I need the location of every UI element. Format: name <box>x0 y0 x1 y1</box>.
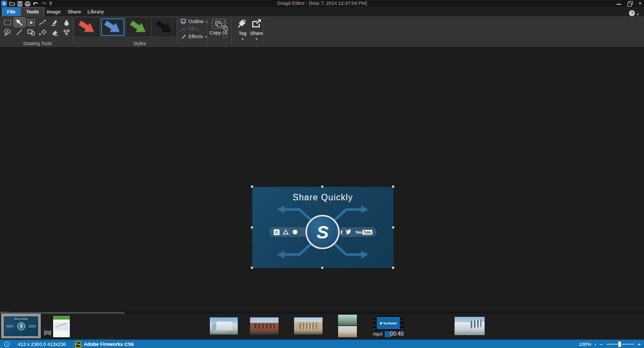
arrow-tool[interactable] <box>14 18 25 27</box>
selection-handle-nw[interactable] <box>251 185 253 188</box>
effects-button[interactable]: Effects <box>180 33 206 40</box>
window-title: Snagit Editor - [May 7, 2014 12:47:04 PM… <box>0 1 644 6</box>
styles-group <box>75 18 176 36</box>
share-destinations-left: C <box>269 227 308 237</box>
tag-icon <box>237 18 248 29</box>
zoom-out-button[interactable]: − <box>599 342 603 347</box>
selection-handle-sw[interactable] <box>251 266 253 269</box>
tray-thumbnail-brick-building[interactable] <box>250 317 279 335</box>
format-group: Outline Fill Effects <box>180 18 206 40</box>
title-bar: S Snagit Editor - [May 7, 2014 12:47:04 … <box>0 0 644 7</box>
snagit-s-logo: S <box>305 215 340 249</box>
selection-handle-s[interactable] <box>321 266 324 269</box>
paste-icon <box>222 32 228 38</box>
recent-captures-tray: Share Quickly S jpg TechSmith mp4 <box>0 311 644 339</box>
tab-file[interactable]: File <box>2 7 21 16</box>
zoom-level-text[interactable]: 100% <box>579 342 591 347</box>
tray-thumbnail-apartment-building[interactable] <box>294 317 323 335</box>
editing-canvas[interactable]: Share Quickly C f YouTube S <box>0 48 644 311</box>
ribbon-tab-bar: File Tools Image Share Library ? <box>0 7 644 16</box>
style-green-arrow[interactable] <box>127 18 150 36</box>
zoom-controls: 100% − + <box>579 340 641 348</box>
eraser-tool[interactable] <box>49 27 60 37</box>
svg-text:A: A <box>6 30 9 33</box>
video-format-badge: mp4 <box>373 331 383 337</box>
share-destinations-right: f YouTube <box>338 227 377 237</box>
tray-scrollbar[interactable] <box>0 311 644 314</box>
cut-icon <box>222 18 228 24</box>
style-blue-arrow[interactable] <box>101 18 125 36</box>
help-icon[interactable]: ? <box>629 10 635 16</box>
fill-button: Fill <box>180 25 206 32</box>
copy-icon[interactable] <box>222 25 228 31</box>
share-caret-icon <box>248 36 265 41</box>
shape-tool[interactable] <box>26 27 37 37</box>
capture-title-text: Share Quickly <box>252 193 393 202</box>
tray-thumbnail-modern-building[interactable] <box>455 317 485 335</box>
tab-library[interactable]: Library <box>82 7 109 16</box>
tray-thumbnail-video[interactable]: TechSmith <box>373 316 404 330</box>
zoom-slider-handle[interactable] <box>618 341 621 347</box>
fill-tool[interactable] <box>38 27 49 37</box>
facebook-icon: f <box>340 229 342 235</box>
tray-thumbnail-webpage-analytics[interactable] <box>53 316 70 337</box>
cursor-selection-coords: 0,0 413x236 <box>39 340 66 348</box>
snagit-editor-window: S Snagit Editor - [May 7, 2014 12:47:04 … <box>0 0 644 348</box>
line-tool[interactable] <box>14 27 25 37</box>
share-icon <box>251 18 262 29</box>
callout-tool[interactable]: A <box>2 27 13 37</box>
zoom-slider-track[interactable] <box>606 344 634 345</box>
close-icon[interactable] <box>639 1 642 6</box>
selection-handle-se[interactable] <box>392 266 394 269</box>
style-red-arrow[interactable] <box>75 18 99 36</box>
step-tool[interactable] <box>61 27 72 37</box>
zoom-caret-icon[interactable] <box>595 342 597 347</box>
effects-wand-icon <box>180 34 186 39</box>
video-duration-badge: 00:40 <box>390 331 404 337</box>
techsmith-mark-icon <box>380 322 382 324</box>
outline-button[interactable]: Outline <box>180 18 206 25</box>
fireworks-app-icon: Fw <box>75 342 81 347</box>
drawing-tools-label: Drawing Tools <box>11 41 64 46</box>
image-dimensions: 413 x 236 <box>18 340 39 348</box>
techsmith-brand-text: TechSmith <box>383 322 397 325</box>
selection-tool[interactable] <box>2 18 13 27</box>
minimize-icon[interactable] <box>617 1 621 6</box>
selection-handle-n[interactable] <box>321 185 324 188</box>
status-bar: i 413 x 236 0,0 413x236 Fw Adobe Firewor… <box>0 339 644 348</box>
stamp-tool[interactable] <box>26 18 37 27</box>
source-app-name: Adobe Fireworks CS6 <box>84 340 134 348</box>
selection-handle-w[interactable] <box>251 226 253 229</box>
captured-image[interactable]: Share Quickly C f YouTube S <box>252 187 393 268</box>
tray-thumbnail-white-building[interactable] <box>210 317 238 335</box>
twitter-icon <box>346 229 352 235</box>
fill-caret-icon <box>197 26 199 32</box>
selection-handle-e[interactable] <box>392 226 394 229</box>
tray-thumbnail-share-quickly[interactable]: Share Quickly S <box>1 314 41 338</box>
info-icon[interactable]: i <box>4 342 10 347</box>
outline-icon <box>180 19 186 24</box>
ribbon: A Drawing Tools Styles Outline <box>0 16 644 48</box>
thumbnail-format-badge: jpg <box>44 329 51 335</box>
selection-handle-ne[interactable] <box>392 185 394 188</box>
share-button[interactable]: Share <box>248 18 265 41</box>
fill-icon <box>180 26 186 32</box>
styles-label: Styles <box>113 41 166 46</box>
evernote-icon <box>292 229 298 235</box>
youtube-icon: YouTube <box>355 230 372 235</box>
pen-tool[interactable] <box>38 18 49 27</box>
camtasia-icon: C <box>274 229 280 235</box>
google-drive-icon <box>283 229 289 235</box>
style-black-arrow[interactable] <box>152 18 176 36</box>
blur-tool[interactable] <box>61 18 72 27</box>
highlighter-tool[interactable] <box>49 18 60 27</box>
mini-title: Share Quickly <box>4 317 38 320</box>
zoom-in-button[interactable]: + <box>638 342 641 347</box>
tray-thumbnail-building-collage[interactable] <box>338 315 357 337</box>
restore-icon[interactable] <box>627 1 632 6</box>
drawing-tools-group: A <box>2 18 72 37</box>
